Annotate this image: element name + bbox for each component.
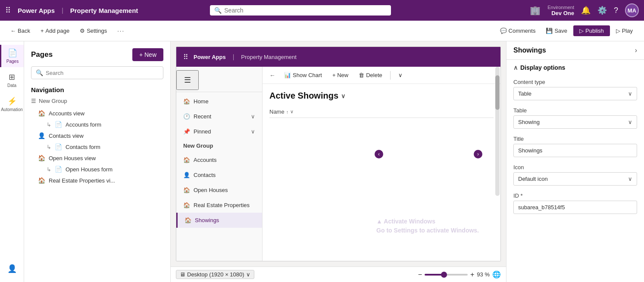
device-caret: ∨	[246, 271, 250, 278]
pages-search-input[interactable]	[46, 70, 159, 76]
title-label: Title	[513, 136, 637, 142]
inner-app-title: Power Apps	[194, 54, 226, 60]
play-button[interactable]: ▷ Play	[612, 25, 637, 36]
search-icon: 🔍	[214, 7, 222, 14]
nav-accounts-form[interactable]: ↳ 📄 Accounts form	[31, 119, 163, 130]
icon-arrow: ∨	[628, 176, 632, 182]
vertical-scrollbar[interactable]	[495, 67, 500, 196]
inner-nav-real-estate[interactable]: 🏠 Real Estate Properties	[176, 198, 262, 213]
inner-new-group-label: New Group	[176, 139, 262, 152]
real-estate-nav-label: Real Estate Properties	[194, 202, 250, 208]
toolbar-divider	[390, 71, 391, 80]
title-input[interactable]	[513, 144, 637, 157]
sidebar-item-bottom[interactable]: 👤	[0, 260, 24, 277]
nav-open-houses-view[interactable]: 🏠 Open Houses view	[31, 152, 163, 164]
delete-record-button[interactable]: 🗑 Delete	[355, 70, 386, 80]
pinned-arrow-icon: ∨	[251, 128, 255, 135]
nav-open-houses-form[interactable]: ↳ 📄 Open Houses form	[31, 164, 163, 175]
sidebar-item-pages[interactable]: 📄 Pages	[0, 45, 24, 67]
save-button[interactable]: 💾 Save	[541, 25, 572, 36]
canvas-scroll-right[interactable]: ›	[474, 150, 482, 158]
inner-grid-icon: ⠿	[183, 53, 188, 61]
scrollbar-thumb[interactable]	[495, 75, 500, 110]
inner-sidebar-hamburger[interactable]: ☰	[176, 70, 199, 90]
help-button[interactable]: ?	[614, 6, 618, 15]
settings-button[interactable]: ⚙️	[597, 6, 607, 15]
nav-contacts-view[interactable]: 👤 Contacts view	[31, 130, 163, 141]
nav-real-estate-view[interactable]: 🏠 Real Estate Properties vi...	[31, 175, 163, 186]
app-subtitle: Property Management	[70, 7, 138, 14]
settings-toolbar-button[interactable]: ⚙ Settings	[76, 26, 110, 36]
icon-group: Icon Default icon ∨	[506, 161, 644, 189]
table-arrow: ∨	[628, 119, 632, 125]
sidebar-item-data[interactable]: ⊞ Data	[0, 69, 24, 91]
zoom-out-button[interactable]: −	[418, 271, 422, 279]
pages-label: Pages	[6, 59, 19, 64]
inner-nav-showings[interactable]: 🏠 Showings	[176, 213, 262, 228]
content-type-label: Content type	[513, 79, 637, 85]
id-group: ID *	[506, 189, 644, 217]
device-label: Desktop (1920 × 1080)	[187, 271, 244, 278]
inner-sidebar-recent[interactable]: 🕐 Recent ∨	[176, 109, 262, 124]
nav-back-arrow[interactable]: ←	[268, 71, 277, 80]
right-panel-close-button[interactable]: ›	[635, 46, 637, 54]
more-options-button[interactable]: ···	[114, 26, 128, 36]
display-options-toggle[interactable]: ∧ Display options	[506, 60, 644, 75]
contacts-nav-label: Contacts	[194, 172, 216, 178]
inner-nav-open-houses[interactable]: 🏠 Open Houses	[176, 183, 262, 198]
inner-sidebar-pinned[interactable]: 📌 Pinned ∨	[176, 124, 262, 139]
open-houses-nav-label: Open Houses	[194, 187, 228, 193]
add-page-label: Add page	[46, 28, 70, 34]
icon-sidebar: 📄 Pages ⊞ Data ⚡ Automation 👤	[0, 41, 24, 282]
view-title-caret[interactable]: ∨	[341, 93, 345, 99]
nav-contacts-form[interactable]: ↳ 📄 Contacts form	[31, 141, 163, 152]
device-selector[interactable]: 🖥 Desktop (1920 × 1080) ∨	[176, 270, 254, 279]
inner-nav-accounts[interactable]: 🏠 Accounts	[176, 152, 262, 167]
new-record-button[interactable]: + New	[329, 70, 352, 80]
zoom-in-button[interactable]: +	[470, 271, 474, 279]
new-record-label: + New	[332, 72, 348, 78]
save-label: Save	[554, 28, 567, 34]
new-page-button[interactable]: + New	[132, 48, 163, 61]
global-search-input[interactable]	[224, 7, 387, 14]
data-label: Data	[7, 83, 16, 88]
sub-arrow-icon: ↳	[47, 121, 51, 128]
nav-accounts-view[interactable]: 🏠 Accounts view	[31, 108, 163, 119]
icon-label: Icon	[513, 164, 637, 170]
icon-select[interactable]: Default icon ∨	[513, 172, 637, 186]
show-chart-button[interactable]: 📊 Show Chart	[281, 70, 325, 80]
inner-sidebar-home[interactable]: 🏠 Home	[176, 94, 262, 109]
comments-button[interactable]: 💬 Comments	[496, 25, 540, 36]
sub-arrow-icon2: ↳	[47, 144, 51, 150]
pages-search-field[interactable]: 🔍	[31, 66, 163, 79]
contacts-form-icon: 📄	[55, 143, 62, 150]
global-search-box[interactable]: 🔍	[210, 5, 391, 15]
publish-button[interactable]: ▷ Publish	[573, 25, 610, 36]
environment-info: Environment Dev One	[547, 5, 574, 16]
open-houses-view-icon: 🏠	[38, 155, 45, 161]
table-select[interactable]: Showing ∨	[513, 115, 637, 129]
user-avatar[interactable]: MA	[625, 3, 639, 17]
home-icon: 🏠	[183, 98, 190, 105]
sort-icon[interactable]: ↑	[286, 109, 289, 115]
zoom-controls: − + 93 % 🌐	[418, 270, 501, 279]
add-page-button[interactable]: + Add page	[37, 26, 73, 36]
content-type-select[interactable]: Table ∨	[513, 87, 637, 100]
globe-icon[interactable]: 🌐	[492, 270, 501, 279]
accounts-label: Accounts	[194, 157, 216, 163]
toolbar-chevron[interactable]: ∨	[395, 70, 406, 80]
inner-nav-contacts[interactable]: 👤 Contacts	[176, 167, 262, 183]
id-input[interactable]	[513, 201, 637, 214]
sort-caret[interactable]: ∨	[290, 109, 294, 115]
new-group-text: New Group	[39, 98, 67, 104]
zoom-slider[interactable]	[425, 274, 468, 276]
grid-icon[interactable]: ⠿	[5, 6, 11, 15]
back-button[interactable]: ← Back	[7, 26, 34, 36]
notifications-button[interactable]: 🔔	[581, 6, 591, 15]
sidebar-item-automation[interactable]: ⚡ Automation	[0, 93, 24, 115]
content-type-group: Content type Table ∨	[506, 75, 644, 104]
canvas-scroll-left[interactable]: ‹	[375, 150, 383, 158]
bottom-icon: 👤	[7, 264, 17, 273]
automation-label: Automation	[1, 107, 23, 112]
title-group: Title	[506, 132, 644, 161]
